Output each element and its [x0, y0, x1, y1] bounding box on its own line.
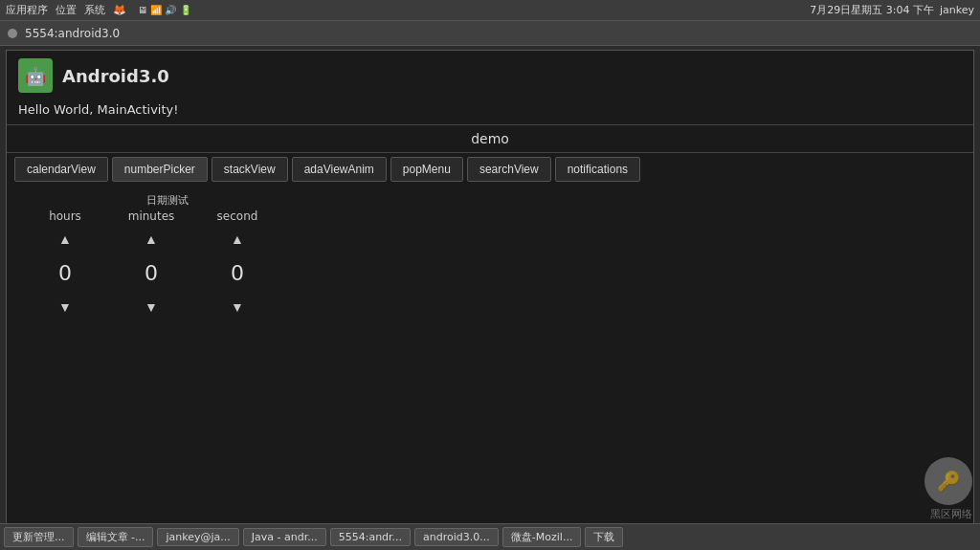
system-bar-right: 7月29日星期五 3:04 下午 jankey: [810, 3, 974, 17]
tray-icons: 🖥 📶 🔊 🔋: [138, 5, 191, 15]
system-time: 7月29日星期五 3:04 下午: [810, 3, 934, 17]
menu-apps[interactable]: 应用程序: [6, 3, 48, 17]
picker-second-label: second: [217, 209, 258, 223]
picker-second-down[interactable]: ▼: [215, 297, 259, 318]
picker-hours-down[interactable]: ▼: [43, 297, 87, 318]
tab-notifications[interactable]: notifications: [555, 157, 640, 182]
watermark-circle: 🔑: [924, 457, 972, 505]
picker-minutes-down[interactable]: ▼: [129, 297, 173, 318]
system-bar: 应用程序 位置 系统 🦊 🖥 📶 🔊 🔋 7月29日星期五 3:04 下午 ja…: [0, 0, 980, 21]
taskbar: 更新管理... 编辑文章 -... jankey@ja... Java - an…: [0, 523, 980, 550]
taskbar-item-1[interactable]: 编辑文章 -...: [78, 527, 154, 547]
taskbar-item-2[interactable]: jankey@ja...: [157, 528, 238, 546]
number-picker-area: 日期测试 hours ▲ 0 ▼ minutes ▲ 0 ▼ second ▲ …: [7, 186, 973, 325]
tab-calendarview[interactable]: calendarView: [14, 157, 108, 182]
taskbar-item-7[interactable]: 下载: [585, 527, 623, 547]
tab-bar: calendarView numberPicker stackView adaV…: [7, 153, 973, 186]
watermark-text: 黑区网络: [924, 507, 972, 521]
menu-system[interactable]: 系统: [84, 3, 105, 17]
picker-second-up[interactable]: ▲: [215, 229, 259, 250]
picker-columns: hours ▲ 0 ▼ minutes ▲ 0 ▼ second ▲ 0 ▼: [22, 209, 958, 318]
tab-numberpicker[interactable]: numberPicker: [112, 157, 208, 182]
picker-minutes-up[interactable]: ▲: [129, 229, 173, 250]
app-title: Android3.0: [62, 66, 169, 86]
picker-minutes-label: minutes: [128, 209, 175, 223]
app-area: 🤖 Android3.0 Hello World, MainActivity! …: [6, 50, 974, 538]
picker-second: second ▲ 0 ▼: [194, 209, 280, 318]
app-icon: 🤖: [18, 58, 53, 93]
picker-second-value: 0: [218, 250, 256, 297]
taskbar-item-3[interactable]: Java - andr...: [243, 528, 326, 546]
window-title: 5554:android3.0: [25, 27, 120, 40]
taskbar-item-0[interactable]: 更新管理...: [4, 527, 74, 547]
title-bar-icon: [8, 29, 17, 38]
picker-hours-up[interactable]: ▲: [43, 229, 87, 250]
taskbar-item-5[interactable]: android3.0...: [414, 528, 499, 546]
firefox-icon[interactable]: 🦊: [113, 4, 126, 16]
taskbar-item-4[interactable]: 5554:andr...: [330, 528, 411, 546]
demo-label: demo: [471, 131, 509, 146]
watermark: 🔑 黑区网络: [924, 457, 972, 521]
tab-searchview[interactable]: searchView: [467, 157, 551, 182]
picker-minutes: minutes ▲ 0 ▼: [108, 209, 194, 318]
picker-hours: hours ▲ 0 ▼: [22, 209, 108, 318]
picker-minutes-value: 0: [132, 250, 170, 297]
demo-bar: demo: [7, 124, 973, 153]
tab-stackview[interactable]: stackView: [212, 157, 288, 182]
taskbar-item-6[interactable]: 微盘-Mozil...: [502, 527, 582, 547]
picker-hours-value: 0: [46, 250, 84, 297]
app-header: 🤖 Android3.0: [7, 51, 973, 100]
picker-hours-label: hours: [49, 209, 81, 223]
tab-popmenu[interactable]: popMenu: [390, 157, 463, 182]
system-bar-left: 应用程序 位置 系统 🦊 🖥 📶 🔊 🔋: [6, 3, 191, 17]
tab-adaviewanim[interactable]: adaViewAnim: [292, 157, 387, 182]
menu-places[interactable]: 位置: [56, 3, 77, 17]
system-user: jankey: [940, 4, 974, 16]
tooltip-text: 日期测试: [146, 193, 958, 208]
hello-world-text: Hello World, MainActivity!: [7, 100, 973, 124]
title-bar: 5554:android3.0: [0, 21, 980, 46]
